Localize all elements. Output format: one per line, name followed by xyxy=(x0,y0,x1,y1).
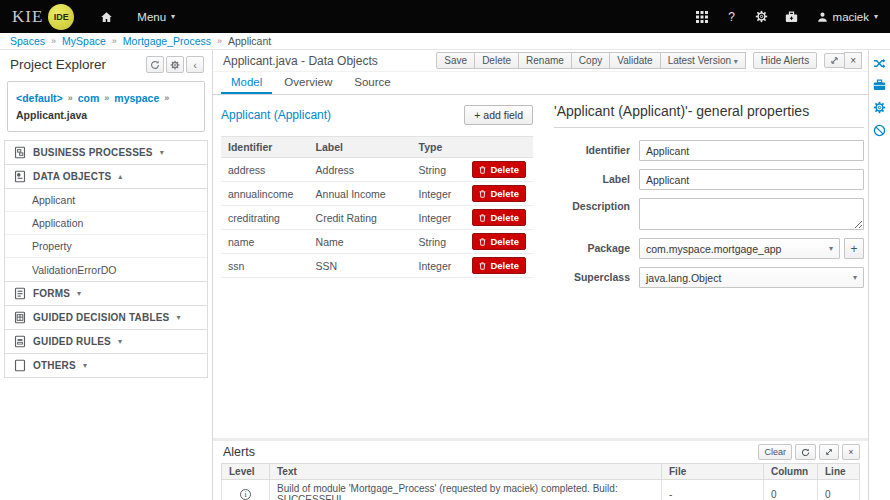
data-object-item-property[interactable]: Property xyxy=(5,235,207,258)
validate-button[interactable]: Validate xyxy=(609,52,660,69)
cell-label: Annual Income xyxy=(309,182,397,206)
add-package-button[interactable]: + xyxy=(844,238,864,259)
cell-type: Integer xyxy=(412,206,466,230)
cell-identifier: creditrating xyxy=(221,206,309,230)
field-row-name[interactable]: name Name String Delete xyxy=(221,230,533,254)
alert-line-cell: 0 xyxy=(818,480,860,500)
caret-down-icon: ▾ xyxy=(83,361,87,370)
object-link[interactable]: Applicant (Applicant) xyxy=(221,108,331,122)
path-default[interactable]: <default> xyxy=(16,92,63,104)
alert-row[interactable]: i Build of module 'Mortgage_Process' (re… xyxy=(222,480,860,500)
col-identifier: Identifier xyxy=(221,137,309,158)
fields-table: Identifier Label Type address Address xyxy=(221,136,533,278)
superclass-label: Superclass xyxy=(554,267,630,283)
section-business-processes[interactable]: BUSINESS PROCESSES ▾ xyxy=(5,141,207,165)
section-data-objects[interactable]: DATA OBJECTS ▴ xyxy=(5,165,207,189)
cell-label: Credit Rating xyxy=(309,206,397,230)
file-icon xyxy=(14,359,26,372)
editor-tabs: Model Overview Source xyxy=(213,72,868,95)
editor-toolbar: Save Delete Rename Copy Validate Latest … xyxy=(436,52,862,69)
delete-label: Delete xyxy=(490,188,519,199)
section-guided-rules[interactable]: GUIDED RULES ▾ xyxy=(5,330,207,354)
superclass-select[interactable]: java.lang.Object ▾ xyxy=(639,267,864,288)
path-current-file: Applicant.java xyxy=(16,109,87,121)
clear-alerts-button[interactable]: Clear xyxy=(758,444,792,460)
collapse-panel-button[interactable]: ‹ xyxy=(186,56,204,73)
kie-logo[interactable]: KIE IDE xyxy=(0,4,88,30)
data-object-item-applicant[interactable]: Applicant xyxy=(5,189,207,212)
cell-label: Address xyxy=(309,158,397,182)
gear-icon[interactable] xyxy=(873,101,886,114)
hide-alerts-button[interactable]: Hide Alerts xyxy=(753,52,817,69)
tab-overview[interactable]: Overview xyxy=(274,73,342,94)
briefcase-icon[interactable] xyxy=(873,79,886,91)
user-menu[interactable]: maciek ▾ xyxy=(809,0,880,33)
chevron-down-icon: ▾ xyxy=(734,57,738,66)
data-object-item-validationerrordo[interactable]: ValidationErrorDO xyxy=(5,258,207,281)
form-icon xyxy=(14,287,26,300)
identifier-field[interactable] xyxy=(639,140,864,161)
tab-model[interactable]: Model xyxy=(221,73,272,94)
section-forms[interactable]: FORMS ▾ xyxy=(5,282,207,306)
alert-file-cell: - xyxy=(662,480,764,500)
editor-title: Applicant.java - Data Objects xyxy=(223,54,378,68)
refresh-button[interactable] xyxy=(146,56,164,73)
cell-spacer xyxy=(396,254,412,278)
path-com[interactable]: com xyxy=(78,92,100,104)
section-label: GUIDED RULES xyxy=(33,336,111,347)
trash-icon xyxy=(479,166,486,174)
field-row-address[interactable]: address Address String Delete xyxy=(221,158,533,182)
help-button[interactable]: ? xyxy=(719,0,745,33)
breadcrumb-myspace[interactable]: MySpace xyxy=(62,35,106,47)
section-others[interactable]: OTHERS ▾ xyxy=(5,354,207,378)
rename-button[interactable]: Rename xyxy=(518,52,572,69)
field-row-creditrating[interactable]: creditrating Credit Rating Integer Delet… xyxy=(221,206,533,230)
delete-field-button[interactable]: Delete xyxy=(472,233,526,250)
delete-field-button[interactable]: Delete xyxy=(472,161,526,178)
project-explorer-title: Project Explorer xyxy=(10,57,106,72)
tab-source[interactable]: Source xyxy=(344,73,400,94)
breadcrumb-spaces[interactable]: Spaces xyxy=(10,35,45,47)
delete-field-button[interactable]: Delete xyxy=(472,209,526,226)
topbar-right-icons: ? maciek ▾ xyxy=(689,0,890,33)
close-editor-button[interactable]: × xyxy=(844,52,862,69)
ban-icon[interactable] xyxy=(873,124,886,137)
close-alerts-button[interactable]: × xyxy=(842,444,860,460)
refresh-alerts-button[interactable] xyxy=(795,444,816,460)
package-select[interactable]: com.myspace.mortgage_app ▾ xyxy=(639,238,840,259)
shuffle-icon[interactable] xyxy=(873,58,886,69)
settings-gear-button[interactable] xyxy=(749,0,775,33)
admin-briefcase-button[interactable] xyxy=(779,0,805,33)
explorer-accordion: BUSINESS PROCESSES ▾ DATA OBJECTS ▴ Appl… xyxy=(4,140,208,378)
expand-editor-button[interactable] xyxy=(824,53,845,68)
add-field-button[interactable]: + add field xyxy=(464,105,533,125)
model-tab-content: Applicant (Applicant) + add field Identi… xyxy=(213,95,868,438)
copy-button[interactable]: Copy xyxy=(571,52,610,69)
field-row-ssn[interactable]: ssn SSN Integer Delete xyxy=(221,254,533,278)
section-guided-decision-tables[interactable]: GUIDED DECISION TABLES ▾ xyxy=(5,306,207,330)
expand-alerts-button[interactable] xyxy=(819,444,839,460)
delete-button[interactable]: Delete xyxy=(474,52,519,69)
alert-level-cell: i xyxy=(222,480,270,500)
breadcrumb-project[interactable]: Mortgage_Process xyxy=(123,35,211,47)
menu-dropdown[interactable]: Menu ▾ xyxy=(125,0,187,33)
version-dropdown[interactable]: Latest Version ▾ xyxy=(660,52,746,69)
delete-field-button[interactable]: Delete xyxy=(472,257,526,274)
delete-field-button[interactable]: Delete xyxy=(472,185,526,202)
path-myspace[interactable]: myspace xyxy=(114,92,159,104)
section-label: BUSINESS PROCESSES xyxy=(33,147,153,158)
home-button[interactable] xyxy=(88,0,125,33)
save-button[interactable]: Save xyxy=(436,52,475,69)
path-separator: » xyxy=(68,93,73,103)
data-object-item-application[interactable]: Application xyxy=(5,212,207,235)
trash-icon xyxy=(479,238,486,246)
apps-grid-button[interactable] xyxy=(689,0,715,33)
data-objects-list: Applicant Application Property Validatio… xyxy=(5,189,207,282)
field-row-annualincome[interactable]: annualincome Annual Income Integer Delet… xyxy=(221,182,533,206)
description-field[interactable] xyxy=(639,198,864,230)
trash-icon xyxy=(479,214,486,222)
cell-spacer xyxy=(396,230,412,254)
explorer-settings-button[interactable] xyxy=(166,56,184,73)
label-field[interactable] xyxy=(639,169,864,190)
identifier-label: Identifier xyxy=(554,140,630,156)
